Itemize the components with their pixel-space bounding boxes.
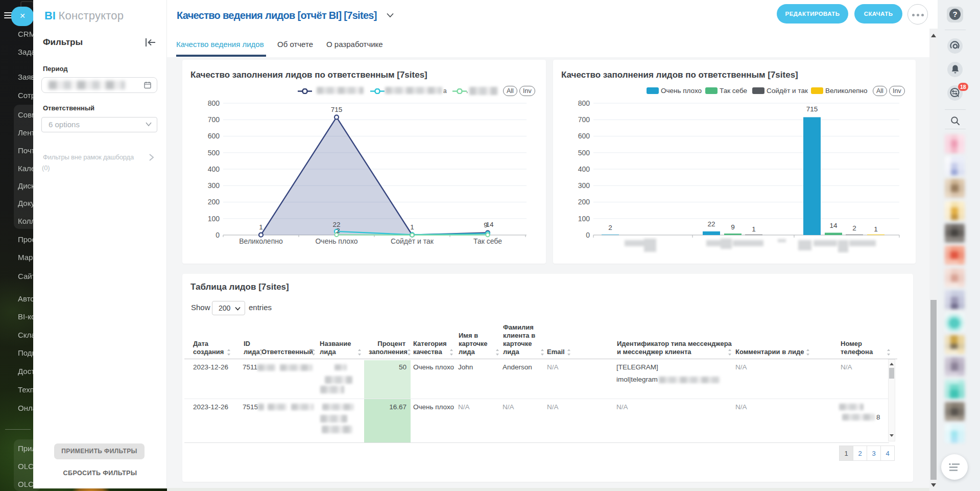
svg-text:800: 800 [208,99,220,107]
svg-text:2: 2 [336,227,340,235]
svg-text:400: 400 [208,165,220,173]
svg-text:700: 700 [208,115,220,124]
svg-text:715: 715 [331,106,343,113]
svg-text:1: 1 [874,225,878,233]
svg-text:300: 300 [578,181,590,190]
svg-text:0: 0 [586,231,590,239]
svg-text:600: 600 [208,132,220,140]
svg-text:400: 400 [578,165,590,173]
svg-text:100: 100 [578,215,590,223]
svg-text:500: 500 [578,149,590,157]
svg-text:600: 600 [578,132,590,140]
svg-text:1: 1 [259,223,263,231]
svg-text:0: 0 [216,231,220,239]
svg-text:700: 700 [578,115,590,124]
svg-text:Так себе: Так себе [473,237,502,245]
svg-text:Сойдёт и так: Сойдёт и так [391,237,434,245]
svg-text:Великолепно: Великолепно [239,237,283,245]
svg-text:200: 200 [208,198,220,206]
svg-text:800: 800 [578,99,590,107]
svg-text:500: 500 [208,149,220,157]
svg-text:300: 300 [208,181,220,190]
svg-text:100: 100 [208,215,220,223]
svg-text:Очень плохо: Очень плохо [315,237,357,245]
svg-text:200: 200 [578,198,590,206]
svg-text:22: 22 [707,220,715,228]
svg-text:2: 2 [608,224,612,231]
svg-text:1: 1 [752,225,756,233]
svg-text:2: 2 [852,224,856,232]
svg-text:14: 14 [486,221,494,228]
svg-text:715: 715 [806,105,818,113]
svg-text:14: 14 [829,222,838,229]
svg-text:9: 9 [731,223,735,231]
svg-text:1: 1 [410,223,414,231]
